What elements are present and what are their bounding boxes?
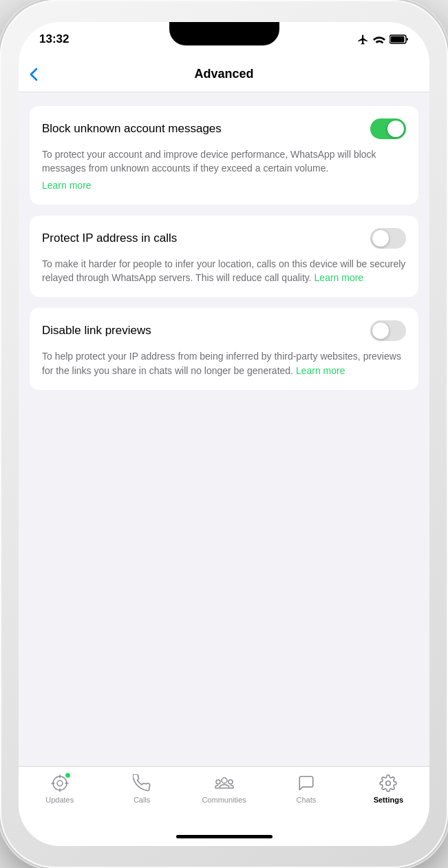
block-unknown-description: To protect your account and improve devi… bbox=[42, 147, 406, 192]
protect-ip-row: Protect IP address in calls bbox=[42, 228, 406, 249]
tab-calls[interactable]: Calls bbox=[100, 774, 182, 804]
block-unknown-card: Block unknown account messages To protec… bbox=[30, 106, 418, 205]
back-button[interactable] bbox=[30, 68, 38, 81]
updates-notification-dot bbox=[65, 772, 71, 778]
wifi-icon bbox=[373, 34, 385, 44]
communities-tab-label: Communities bbox=[202, 796, 246, 804]
page-title: Advanced bbox=[194, 67, 253, 81]
svg-rect-1 bbox=[391, 37, 405, 43]
svg-point-10 bbox=[228, 780, 233, 784]
communities-icon bbox=[215, 774, 234, 793]
svg-point-9 bbox=[216, 780, 220, 784]
block-unknown-row: Block unknown account messages bbox=[42, 118, 406, 139]
protect-ip-learn-more[interactable]: Learn more bbox=[314, 272, 364, 283]
block-unknown-learn-more[interactable]: Learn more bbox=[42, 180, 92, 191]
settings-icon bbox=[378, 774, 398, 793]
protect-ip-thumb bbox=[372, 230, 389, 247]
calls-tab-label: Calls bbox=[134, 796, 150, 804]
phone-frame: 13:32 bbox=[0, 0, 448, 868]
status-bar: 13:32 bbox=[19, 22, 429, 56]
svg-point-8 bbox=[222, 778, 227, 783]
protect-ip-description: To make it harder for people to infer yo… bbox=[42, 257, 406, 285]
nav-header: Advanced bbox=[19, 56, 429, 92]
protect-ip-card: Protect IP address in calls To make it h… bbox=[30, 216, 418, 298]
settings-tab-label: Settings bbox=[374, 796, 403, 804]
battery-icon bbox=[390, 34, 409, 44]
block-unknown-label: Block unknown account messages bbox=[42, 122, 370, 136]
block-unknown-thumb bbox=[387, 121, 404, 137]
notch bbox=[169, 22, 279, 45]
disable-link-preview-description: To help protect your IP address from bei… bbox=[42, 349, 406, 378]
disable-link-preview-learn-more[interactable]: Learn more bbox=[296, 365, 345, 376]
settings-content: Block unknown account messages To protec… bbox=[19, 92, 429, 766]
disable-link-preview-label: Disable link previews bbox=[42, 324, 370, 338]
calls-icon bbox=[132, 774, 151, 793]
chats-icon bbox=[297, 774, 316, 793]
updates-tab-label: Updates bbox=[45, 796, 74, 804]
svg-point-3 bbox=[57, 781, 63, 786]
disable-link-preview-toggle[interactable] bbox=[370, 320, 406, 341]
tab-bar: Updates Calls bbox=[19, 766, 429, 827]
block-unknown-toggle[interactable] bbox=[370, 118, 406, 139]
phone-screen: 13:32 bbox=[19, 22, 429, 846]
airplane-icon bbox=[357, 34, 369, 45]
chats-tab-label: Chats bbox=[297, 796, 317, 804]
tab-updates[interactable]: Updates bbox=[19, 774, 100, 804]
home-indicator bbox=[19, 827, 429, 846]
tab-chats[interactable]: Chats bbox=[265, 774, 347, 804]
protect-ip-label: Protect IP address in calls bbox=[42, 231, 370, 245]
status-icons bbox=[357, 34, 409, 45]
svg-point-11 bbox=[386, 781, 391, 786]
svg-point-2 bbox=[53, 776, 67, 790]
status-time: 13:32 bbox=[39, 32, 69, 46]
updates-icon bbox=[50, 774, 70, 793]
home-bar bbox=[176, 835, 273, 838]
tab-communities[interactable]: Communities bbox=[183, 774, 265, 804]
disable-link-preview-card: Disable link previews To help protect yo… bbox=[30, 308, 418, 390]
tab-settings[interactable]: Settings bbox=[348, 774, 429, 804]
disable-link-preview-row: Disable link previews bbox=[42, 320, 406, 341]
protect-ip-toggle[interactable] bbox=[370, 228, 406, 249]
